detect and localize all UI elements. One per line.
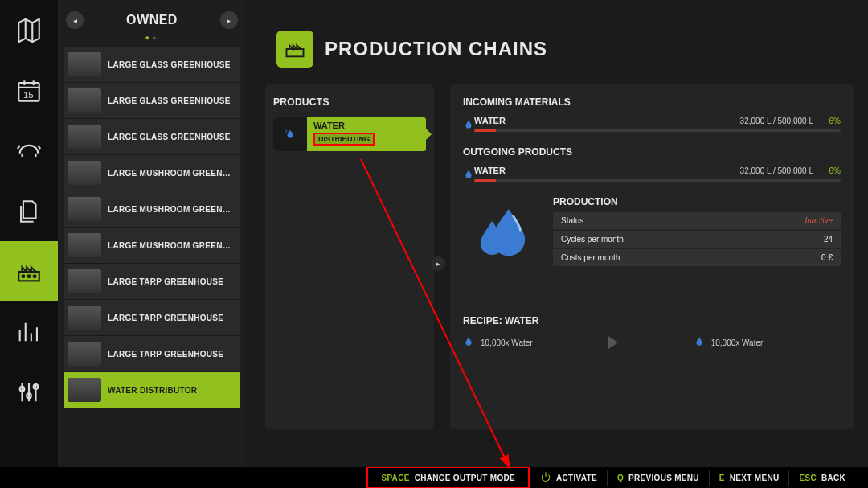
rail-settings[interactable] <box>0 362 58 422</box>
owned-thumb <box>68 306 101 330</box>
footer-back[interactable]: ESC BACK <box>788 470 855 486</box>
incoming-name: WATER <box>474 116 734 125</box>
owned-next-button[interactable]: ▸ <box>220 11 238 29</box>
left-nav-rail: 15 <box>0 0 58 467</box>
footer-activate[interactable]: ACTIVATE <box>530 470 607 486</box>
content-area: PRODUCTION CHAINS PRODUCTS WATER DISTRIB… <box>243 0 868 467</box>
owned-item[interactable]: LARGE GLASS GREENHOUSE <box>64 83 240 119</box>
rail-animals[interactable] <box>0 121 58 181</box>
owned-item[interactable]: WATER DISTRIBUTOR <box>64 372 240 408</box>
product-status: DISTRIBUTING <box>313 133 375 146</box>
footer-previous-menu[interactable]: Q PREVIOUS MENU <box>607 470 709 486</box>
owned-item-label: LARGE MUSHROOM GREEN… <box>108 169 240 178</box>
owned-item[interactable]: LARGE TARP GREENHOUSE <box>64 300 240 336</box>
owned-thumb <box>68 197 101 221</box>
incoming-pct: 6% <box>820 117 841 125</box>
water-drop-icon <box>463 169 474 183</box>
rail-stats[interactable] <box>0 301 58 362</box>
incoming-bar <box>474 129 841 132</box>
owned-page-dots: ●● <box>64 34 240 42</box>
owned-item-label: LARGE MUSHROOM GREEN… <box>108 205 240 214</box>
annotation-highlight-footer: SPACE CHANGE OUTPUT MODE <box>366 466 530 488</box>
rail-map[interactable] <box>0 0 58 60</box>
svg-rect-9 <box>287 49 304 56</box>
svg-text:15: 15 <box>23 89 34 99</box>
owned-thumb <box>68 161 101 185</box>
owned-item[interactable]: LARGE GLASS GREENHOUSE <box>64 119 240 155</box>
owned-thumb <box>68 378 101 402</box>
product-item-water[interactable]: WATER DISTRIBUTING <box>273 117 426 151</box>
owned-item-label: LARGE GLASS GREENHOUSE <box>108 60 240 69</box>
outgoing-pct: 6% <box>820 166 841 175</box>
owned-item-label: LARGE TARP GREENHOUSE <box>108 277 240 286</box>
recipe-arrow-icon <box>608 336 618 349</box>
owned-item-label: LARGE TARP GREENHOUSE <box>108 314 240 322</box>
owned-item-label: LARGE GLASS GREENHOUSE <box>108 133 240 141</box>
products-panel: PRODUCTS WATER DISTRIBUTING ▸ <box>265 84 434 429</box>
owned-prev-button[interactable]: ◂ <box>66 11 84 29</box>
incoming-title: INCOMING MATERIALS <box>463 96 841 108</box>
owned-item-label: LARGE MUSHROOM GREEN… <box>108 241 240 250</box>
recipe-output: 10,000x Water <box>694 336 764 349</box>
owned-thumb <box>68 52 101 76</box>
owned-column: ◂ OWNED ▸ ●● LARGE GLASS GREENHOUSELARGE… <box>58 0 243 467</box>
owned-item-label: LARGE TARP GREENHOUSE <box>108 350 240 359</box>
outgoing-bar <box>474 179 841 182</box>
owned-thumb <box>68 269 101 293</box>
owned-list: LARGE GLASS GREENHOUSELARGE GLASS GREENH… <box>64 47 240 459</box>
owned-thumb <box>68 342 101 366</box>
page-title: PRODUCTION CHAINS <box>325 38 547 60</box>
owned-item-label: LARGE GLASS GREENHOUSE <box>108 96 240 105</box>
owned-item-label: WATER DISTRIBUTOR <box>108 386 240 395</box>
owned-thumb <box>68 233 101 257</box>
footer-next-menu[interactable]: E NEXT MENU <box>709 470 789 486</box>
big-water-icon <box>463 196 540 275</box>
outgoing-value: 32,000 L / 500,000 L <box>740 166 813 175</box>
production-row-costs: Costs per month 0 € <box>553 249 841 266</box>
owned-title: OWNED <box>126 13 178 27</box>
svg-point-3 <box>23 275 25 277</box>
svg-point-4 <box>28 275 31 277</box>
owned-item[interactable]: LARGE MUSHROOM GREEN… <box>64 155 240 191</box>
production-row-status: Status Inactive <box>553 212 841 229</box>
owned-item[interactable]: LARGE MUSHROOM GREEN… <box>64 191 240 228</box>
rail-production[interactable] <box>0 241 58 301</box>
details-panel: INCOMING MATERIALS WATER 32,000 L / 500,… <box>450 84 854 429</box>
water-drop-icon <box>273 117 307 151</box>
incoming-value: 32,000 L / 500,000 L <box>740 117 813 125</box>
production-chains-icon <box>276 31 313 68</box>
products-title: PRODUCTS <box>273 96 426 108</box>
recipe-input: 10,000x Water <box>463 336 533 349</box>
owned-item[interactable]: LARGE TARP GREENHOUSE <box>64 336 240 372</box>
owned-thumb <box>68 88 101 113</box>
owned-thumb <box>68 125 101 149</box>
footer-change-output[interactable]: SPACE CHANGE OUTPUT MODE <box>371 470 525 486</box>
water-drop-icon <box>463 119 474 133</box>
rail-documents[interactable] <box>0 181 58 241</box>
panel-expand-arrow[interactable]: ▸ <box>431 256 445 271</box>
outgoing-title: OUTGOING PRODUCTS <box>463 146 841 158</box>
product-name: WATER <box>313 121 420 130</box>
owned-item[interactable]: LARGE GLASS GREENHOUSE <box>64 47 240 83</box>
svg-point-5 <box>34 275 36 277</box>
recipe-title: RECIPE: WATER <box>463 315 841 326</box>
owned-item[interactable]: LARGE TARP GREENHOUSE <box>64 264 240 300</box>
production-title: PRODUCTION <box>553 196 841 207</box>
production-row-cycles: Cycles per month 24 <box>553 231 841 248</box>
rail-calendar[interactable]: 15 <box>0 60 58 121</box>
outgoing-name: WATER <box>474 166 734 175</box>
footer-bar: SPACE CHANGE OUTPUT MODE ACTIVATE Q PREV… <box>0 467 868 488</box>
owned-item[interactable]: LARGE MUSHROOM GREEN… <box>64 228 240 264</box>
